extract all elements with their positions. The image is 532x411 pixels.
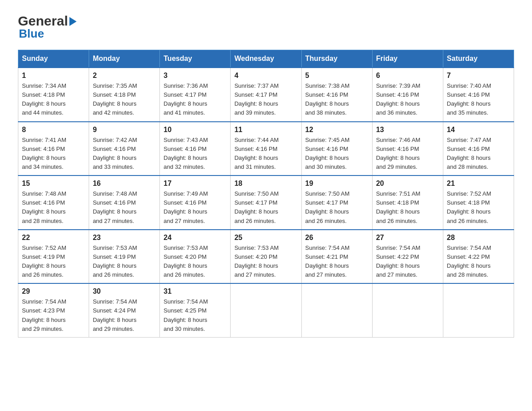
calendar-cell: 15 Sunrise: 7:48 AM Sunset: 4:16 PM Dayl… — [18, 176, 89, 230]
logo: General Blue — [18, 13, 77, 41]
calendar-cell: 4 Sunrise: 7:37 AM Sunset: 4:17 PM Dayli… — [231, 68, 301, 122]
calendar-cell: 6 Sunrise: 7:39 AM Sunset: 4:16 PM Dayli… — [372, 68, 443, 122]
day-info: Sunrise: 7:49 AM Sunset: 4:16 PM Dayligh… — [163, 189, 227, 226]
day-number: 1 — [22, 72, 85, 80]
day-info: Sunrise: 7:43 AM Sunset: 4:16 PM Dayligh… — [163, 136, 227, 172]
day-number: 17 — [163, 180, 227, 188]
calendar-cell: 13 Sunrise: 7:46 AM Sunset: 4:16 PM Dayl… — [372, 122, 443, 176]
day-number: 9 — [93, 126, 156, 134]
day-number: 29 — [22, 287, 85, 295]
header-wednesday: Wednesday — [231, 50, 301, 68]
calendar-cell: 20 Sunrise: 7:51 AM Sunset: 4:18 PM Dayl… — [372, 176, 443, 230]
calendar-cell: 23 Sunrise: 7:53 AM Sunset: 4:19 PM Dayl… — [89, 230, 160, 284]
day-info: Sunrise: 7:42 AM Sunset: 4:16 PM Dayligh… — [93, 136, 156, 172]
day-number: 19 — [305, 180, 369, 188]
header-thursday: Thursday — [301, 50, 372, 68]
day-info: Sunrise: 7:48 AM Sunset: 4:16 PM Dayligh… — [93, 189, 156, 226]
calendar-cell — [231, 283, 301, 337]
day-info: Sunrise: 7:50 AM Sunset: 4:17 PM Dayligh… — [234, 189, 297, 226]
calendar-cell: 9 Sunrise: 7:42 AM Sunset: 4:16 PM Dayli… — [89, 122, 160, 176]
day-number: 27 — [376, 234, 439, 242]
day-info: Sunrise: 7:44 AM Sunset: 4:16 PM Dayligh… — [234, 136, 297, 172]
day-number: 10 — [163, 126, 227, 134]
day-number: 22 — [22, 234, 85, 242]
calendar-cell: 28 Sunrise: 7:54 AM Sunset: 4:22 PM Dayl… — [443, 230, 514, 284]
day-info: Sunrise: 7:54 AM Sunset: 4:22 PM Dayligh… — [376, 244, 439, 280]
day-number: 18 — [234, 180, 297, 188]
day-number: 14 — [447, 126, 510, 134]
calendar-cell: 18 Sunrise: 7:50 AM Sunset: 4:17 PM Dayl… — [231, 176, 301, 230]
logo-arrow — [69, 17, 77, 26]
week-row-5: 29 Sunrise: 7:54 AM Sunset: 4:23 PM Dayl… — [18, 283, 514, 337]
day-info: Sunrise: 7:35 AM Sunset: 4:18 PM Dayligh… — [93, 81, 156, 118]
calendar-cell: 14 Sunrise: 7:47 AM Sunset: 4:16 PM Dayl… — [443, 122, 514, 176]
calendar-cell: 1 Sunrise: 7:34 AM Sunset: 4:18 PM Dayli… — [18, 68, 89, 122]
day-number: 28 — [447, 234, 510, 242]
calendar-cell — [372, 283, 443, 337]
day-number: 20 — [376, 180, 439, 188]
day-info: Sunrise: 7:54 AM Sunset: 4:21 PM Dayligh… — [305, 244, 369, 280]
day-info: Sunrise: 7:45 AM Sunset: 4:16 PM Dayligh… — [305, 136, 369, 172]
day-info: Sunrise: 7:40 AM Sunset: 4:16 PM Dayligh… — [447, 81, 510, 118]
calendar-cell: 8 Sunrise: 7:41 AM Sunset: 4:16 PM Dayli… — [18, 122, 89, 176]
week-row-2: 8 Sunrise: 7:41 AM Sunset: 4:16 PM Dayli… — [18, 122, 514, 176]
day-info: Sunrise: 7:37 AM Sunset: 4:17 PM Dayligh… — [234, 81, 297, 118]
header-sunday: Sunday — [18, 50, 89, 68]
calendar-cell: 26 Sunrise: 7:54 AM Sunset: 4:21 PM Dayl… — [301, 230, 372, 284]
day-info: Sunrise: 7:52 AM Sunset: 4:19 PM Dayligh… — [22, 244, 85, 280]
calendar-cell: 2 Sunrise: 7:35 AM Sunset: 4:18 PM Dayli… — [89, 68, 160, 122]
week-row-1: 1 Sunrise: 7:34 AM Sunset: 4:18 PM Dayli… — [18, 68, 514, 122]
week-row-4: 22 Sunrise: 7:52 AM Sunset: 4:19 PM Dayl… — [18, 230, 514, 284]
calendar-cell: 25 Sunrise: 7:53 AM Sunset: 4:20 PM Dayl… — [231, 230, 301, 284]
day-number: 13 — [376, 126, 439, 134]
calendar-cell: 12 Sunrise: 7:45 AM Sunset: 4:16 PM Dayl… — [301, 122, 372, 176]
week-row-3: 15 Sunrise: 7:48 AM Sunset: 4:16 PM Dayl… — [18, 176, 514, 230]
day-number: 4 — [234, 72, 297, 80]
day-info: Sunrise: 7:53 AM Sunset: 4:20 PM Dayligh… — [163, 244, 227, 280]
header-friday: Friday — [372, 50, 443, 68]
calendar-cell: 16 Sunrise: 7:48 AM Sunset: 4:16 PM Dayl… — [89, 176, 160, 230]
day-info: Sunrise: 7:46 AM Sunset: 4:16 PM Dayligh… — [376, 136, 439, 172]
day-number: 21 — [447, 180, 510, 188]
day-number: 31 — [163, 287, 227, 295]
calendar-cell: 5 Sunrise: 7:38 AM Sunset: 4:16 PM Dayli… — [301, 68, 372, 122]
day-number: 15 — [22, 180, 85, 188]
day-info: Sunrise: 7:38 AM Sunset: 4:16 PM Dayligh… — [305, 81, 369, 118]
day-info: Sunrise: 7:41 AM Sunset: 4:16 PM Dayligh… — [22, 136, 85, 172]
day-number: 3 — [163, 72, 227, 80]
day-number: 25 — [234, 234, 297, 242]
day-number: 30 — [93, 287, 156, 295]
calendar-cell: 22 Sunrise: 7:52 AM Sunset: 4:19 PM Dayl… — [18, 230, 89, 284]
day-number: 16 — [93, 180, 156, 188]
day-number: 23 — [93, 234, 156, 242]
day-info: Sunrise: 7:53 AM Sunset: 4:19 PM Dayligh… — [93, 244, 156, 280]
calendar-cell — [301, 283, 372, 337]
calendar-cell: 17 Sunrise: 7:49 AM Sunset: 4:16 PM Dayl… — [160, 176, 231, 230]
day-number: 7 — [447, 72, 510, 80]
day-info: Sunrise: 7:39 AM Sunset: 4:16 PM Dayligh… — [376, 81, 439, 118]
day-number: 11 — [234, 126, 297, 134]
calendar-cell: 19 Sunrise: 7:50 AM Sunset: 4:17 PM Dayl… — [301, 176, 372, 230]
header-saturday: Saturday — [443, 50, 514, 68]
day-number: 8 — [22, 126, 85, 134]
calendar-cell: 24 Sunrise: 7:53 AM Sunset: 4:20 PM Dayl… — [160, 230, 231, 284]
calendar-cell: 3 Sunrise: 7:36 AM Sunset: 4:17 PM Dayli… — [160, 68, 231, 122]
header-tuesday: Tuesday — [160, 50, 231, 68]
calendar-header-row: SundayMondayTuesdayWednesdayThursdayFrid… — [18, 50, 514, 68]
day-info: Sunrise: 7:54 AM Sunset: 4:24 PM Dayligh… — [93, 297, 156, 334]
day-info: Sunrise: 7:34 AM Sunset: 4:18 PM Dayligh… — [22, 81, 85, 118]
day-info: Sunrise: 7:36 AM Sunset: 4:17 PM Dayligh… — [163, 81, 227, 118]
day-info: Sunrise: 7:53 AM Sunset: 4:20 PM Dayligh… — [234, 244, 297, 280]
logo-general: General — [18, 13, 68, 29]
day-info: Sunrise: 7:47 AM Sunset: 4:16 PM Dayligh… — [447, 136, 510, 172]
logo-blue-text: Blue — [19, 27, 44, 41]
day-number: 2 — [93, 72, 156, 80]
day-info: Sunrise: 7:52 AM Sunset: 4:18 PM Dayligh… — [447, 189, 510, 226]
calendar-cell: 21 Sunrise: 7:52 AM Sunset: 4:18 PM Dayl… — [443, 176, 514, 230]
day-number: 12 — [305, 126, 369, 134]
calendar-cell: 31 Sunrise: 7:54 AM Sunset: 4:25 PM Dayl… — [160, 283, 231, 337]
page-header: General Blue — [18, 13, 514, 41]
calendar-cell: 10 Sunrise: 7:43 AM Sunset: 4:16 PM Dayl… — [160, 122, 231, 176]
day-info: Sunrise: 7:54 AM Sunset: 4:25 PM Dayligh… — [163, 297, 227, 334]
day-number: 5 — [305, 72, 369, 80]
